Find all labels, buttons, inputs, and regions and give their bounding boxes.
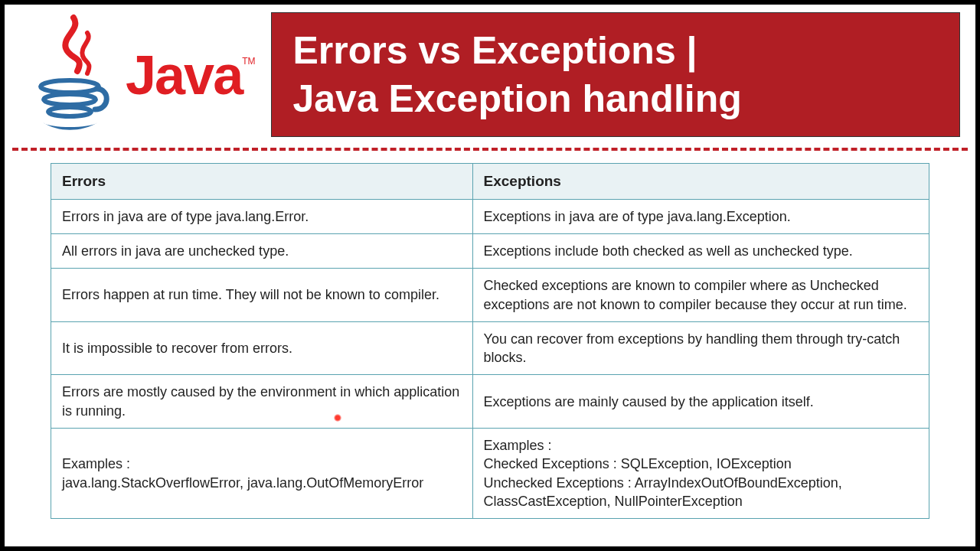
cell-exceptions: Exceptions in java are of type java.lang…: [472, 199, 929, 233]
header-exceptions: Exceptions: [472, 164, 929, 200]
slide-frame: JavaTM Errors vs Exceptions | Java Excep…: [5, 5, 975, 546]
table-row: Examples : java.lang.StackOverflowError,…: [51, 429, 929, 519]
header: JavaTM Errors vs Exceptions | Java Excep…: [5, 5, 975, 145]
table-row: Errors are mostly caused by the environm…: [51, 375, 929, 429]
cell-errors: Errors are mostly caused by the environm…: [51, 375, 473, 429]
title-line-1: Errors vs Exceptions |: [293, 27, 939, 75]
divider: [12, 148, 968, 151]
title-banner: Errors vs Exceptions | Java Exception ha…: [271, 12, 961, 137]
java-cup-icon: [28, 14, 119, 136]
cell-errors: It is impossible to recover from errors.: [51, 321, 473, 375]
table-row: It is impossible to recover from errors.…: [51, 321, 929, 375]
cell-exceptions: Exceptions are mainly caused by the appl…: [472, 375, 929, 429]
svg-point-0: [41, 80, 99, 93]
comparison-table-wrap: Errors Exceptions Errors in java are of …: [5, 163, 975, 519]
table-row: Errors in java are of type java.lang.Err…: [51, 199, 929, 233]
header-errors: Errors: [51, 164, 473, 200]
title-line-2: Java Exception handling: [293, 75, 939, 123]
laser-pointer-icon: [334, 414, 341, 422]
table-row: All errors in java are unchecked type. E…: [51, 233, 929, 268]
svg-point-1: [44, 94, 96, 105]
cell-exceptions: Exceptions include both checked as well …: [472, 233, 929, 268]
svg-point-2: [48, 107, 91, 116]
cell-errors: All errors in java are unchecked type.: [51, 233, 473, 268]
java-logo: JavaTM: [28, 14, 256, 136]
cell-exceptions: Checked exceptions are known to compiler…: [472, 269, 929, 322]
cell-errors: Examples : java.lang.StackOverflowError,…: [51, 429, 473, 519]
table-header-row: Errors Exceptions: [51, 164, 929, 200]
cell-errors: Errors in java are of type java.lang.Err…: [51, 199, 473, 233]
java-logo-text: JavaTM: [126, 44, 256, 106]
comparison-table: Errors Exceptions Errors in java are of …: [51, 163, 929, 519]
cell-errors: Errors happen at run time. They will not…: [51, 269, 473, 322]
cell-exceptions: You can recover from exceptions by handl…: [472, 321, 929, 375]
cell-exceptions: Examples : Checked Exceptions : SQLExcep…: [472, 429, 929, 519]
table-row: Errors happen at run time. They will not…: [51, 269, 929, 322]
